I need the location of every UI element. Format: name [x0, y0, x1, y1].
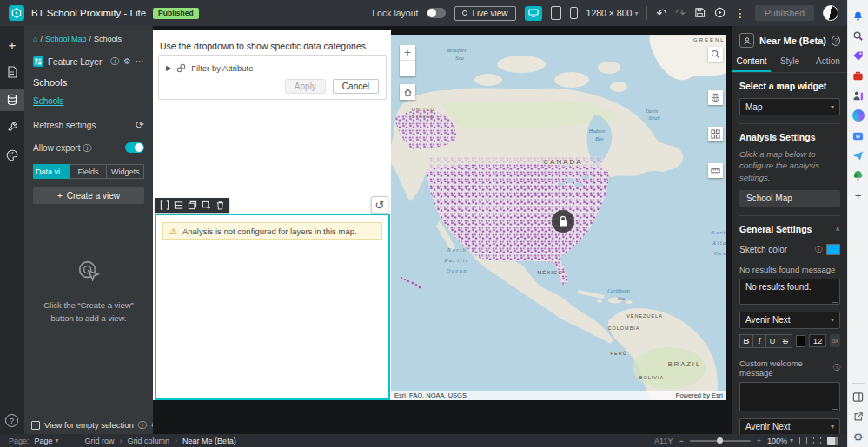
caret-right-icon[interactable]: ▶ — [166, 64, 171, 72]
near-me-widget-panel[interactable]: Use the dropdown to show specific data c… — [153, 30, 391, 400]
zoom-out-button[interactable]: − — [400, 61, 415, 76]
gear-icon[interactable]: ⚙ — [123, 57, 131, 66]
user-avatar[interactable] — [823, 5, 838, 21]
zoom-out-icon[interactable]: − — [679, 437, 683, 445]
create-view-button[interactable]: + Create a view — [33, 187, 144, 204]
delete-icon[interactable] — [215, 200, 225, 210]
tab-data-views[interactable]: Data vi... — [33, 164, 70, 179]
tools-panel-button[interactable] — [0, 116, 24, 139]
preview-button[interactable] — [714, 7, 726, 20]
map-search-button[interactable] — [708, 47, 723, 62]
page-panel-button[interactable] — [0, 61, 24, 83]
font-size-input[interactable]: 12 — [809, 334, 826, 347]
map-basemap-gallery-button[interactable] — [708, 127, 723, 141]
tab-style[interactable]: Style — [771, 53, 809, 72]
sketch-color-swatch[interactable] — [826, 244, 840, 255]
open-external-icon[interactable] — [851, 410, 865, 424]
add-extension-button[interactable]: + — [851, 188, 865, 202]
toggle-panel-icon[interactable] — [827, 437, 838, 445]
help-button[interactable]: ? — [5, 414, 18, 427]
apply-button[interactable]: Apply — [285, 79, 326, 94]
lock-layout-toggle[interactable] — [427, 8, 446, 18]
app-logo-icon[interactable] — [9, 5, 24, 21]
undo-button[interactable]: ↶ — [656, 7, 666, 19]
bold-button[interactable]: B — [739, 334, 753, 348]
tab-fields[interactable]: Fields — [70, 164, 108, 179]
split-icon[interactable] — [174, 200, 183, 210]
zoom-in-button[interactable]: + — [400, 45, 415, 61]
tab-content[interactable]: Content — [732, 53, 771, 72]
info-icon[interactable]: ⓘ — [815, 245, 822, 254]
school-map-button[interactable]: School Map — [739, 190, 840, 207]
select-parent-icon[interactable] — [160, 200, 169, 210]
publish-button[interactable]: Published — [755, 5, 814, 21]
more-menu-button[interactable]: ⋮ — [734, 7, 746, 19]
screen-size-dropdown[interactable]: 1280 × 800▾ — [586, 8, 639, 18]
info-icon[interactable]: ⓘ — [833, 363, 840, 372]
camera-extension-icon[interactable] — [851, 128, 865, 142]
tab-action[interactable]: Action — [809, 53, 847, 72]
briefcase-extension-icon[interactable] — [851, 69, 865, 82]
canvas-zoom-slider[interactable] — [690, 440, 751, 442]
map-widget-dropdown[interactable]: Map ▾ — [739, 98, 840, 115]
custom-welcome-message-input[interactable] — [739, 382, 840, 411]
duplicate-icon[interactable] — [188, 200, 197, 210]
map-measure-button[interactable] — [708, 163, 723, 178]
info-icon[interactable]: ⓘ — [138, 421, 147, 430]
help-icon[interactable]: ? — [832, 36, 840, 46]
slider-knob[interactable] — [717, 437, 723, 444]
breadcrumb-school-map-link[interactable]: School Map — [45, 35, 87, 43]
data-panel-button[interactable] — [0, 89, 24, 111]
collapse-icon[interactable]: ∧ — [835, 225, 840, 233]
underline-button[interactable]: U — [765, 334, 779, 348]
allow-export-toggle[interactable] — [125, 142, 144, 153]
refresh-icon[interactable]: ⟳ — [136, 120, 144, 130]
copy-add-icon[interactable] — [202, 200, 211, 210]
desktop-view-button[interactable] — [525, 6, 542, 21]
map-lock-button[interactable] — [552, 210, 574, 233]
a11y-label[interactable]: A11Y — [654, 437, 673, 445]
zoom-in-icon[interactable]: + — [757, 437, 761, 445]
notifications-bell-icon[interactable] — [851, 9, 865, 23]
live-view-button[interactable]: Live view — [454, 6, 515, 21]
sidebar-settings-gear-icon[interactable]: ⚙ — [851, 430, 865, 444]
assistant-swirl-icon[interactable] — [851, 108, 865, 122]
home-icon[interactable]: ⌂ — [33, 35, 37, 43]
profile-extension-icon[interactable] — [851, 89, 865, 102]
theme-panel-button[interactable] — [0, 144, 24, 167]
fit-to-screen-icon[interactable] — [799, 437, 807, 444]
italic-button[interactable]: I — [752, 334, 766, 348]
info-icon[interactable]: ⓘ — [110, 57, 119, 66]
font-size-unit[interactable]: px — [830, 334, 840, 347]
crumb-grid-column[interactable]: Grid column — [128, 437, 170, 445]
crumb-near-me[interactable]: Near Me (Beta) — [182, 437, 236, 445]
page-selector[interactable]: Page▾ — [35, 437, 59, 445]
phone-view-button[interactable] — [570, 7, 578, 19]
font-family-dropdown[interactable]: Avenir Next ▾ — [739, 312, 840, 329]
paper-plane-extension-icon[interactable] — [851, 148, 865, 162]
no-results-message-input[interactable]: No results found. — [739, 279, 840, 305]
more-options-icon[interactable]: ⋯ — [136, 57, 144, 66]
redo-button[interactable]: ↷ — [675, 7, 686, 19]
selected-near-me-widget[interactable]: ⚠ Analysis is not configured for layers … — [155, 214, 390, 400]
info-icon[interactable]: ⓘ — [83, 143, 91, 153]
strikethrough-button[interactable]: S — [779, 334, 792, 348]
crumb-grid-row[interactable]: Grid row — [85, 437, 115, 445]
search-extension-icon[interactable] — [851, 29, 865, 43]
map-layers-button[interactable] — [708, 90, 723, 105]
fit-to-width-icon[interactable] — [813, 437, 821, 444]
layer-source-link[interactable]: Schools — [33, 96, 64, 106]
font-color-swatch[interactable] — [796, 335, 805, 347]
map-home-button[interactable] — [400, 84, 415, 100]
save-button[interactable] — [694, 7, 706, 20]
map-widget[interactable]: Beaufort Sea GREENL Davis Strait UNITED … — [391, 35, 726, 400]
view-empty-selection-checkbox[interactable] — [31, 421, 40, 430]
reading-list-panel-icon[interactable] — [851, 390, 865, 404]
tree-extension-icon[interactable] — [851, 168, 865, 182]
font-family-dropdown[interactable]: Avenir Next ▾ — [739, 418, 840, 434]
tag-extension-icon[interactable] — [851, 49, 865, 62]
reset-button[interactable]: ↺ — [371, 196, 388, 214]
tablet-view-button[interactable] — [551, 6, 561, 20]
cancel-button[interactable]: Cancel — [333, 79, 379, 94]
insert-widget-button[interactable]: + — [0, 33, 24, 56]
